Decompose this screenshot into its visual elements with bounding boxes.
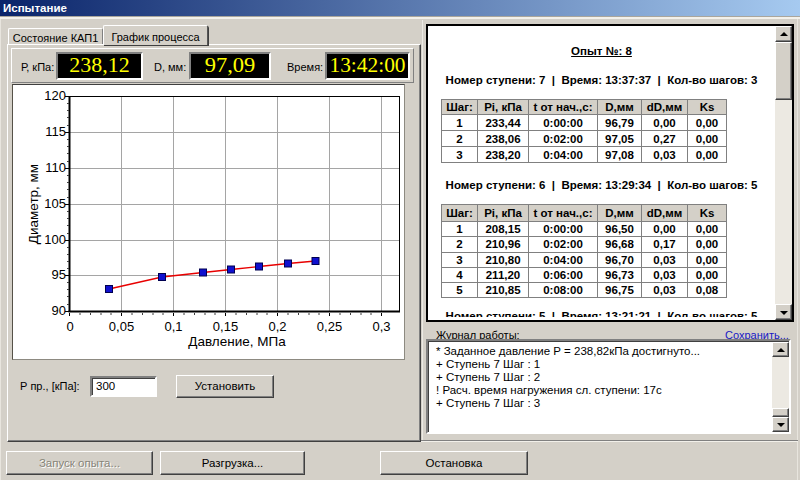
svg-text:110: 110 [45,160,66,175]
svg-text:120: 120 [44,88,66,103]
svg-text:Диаметр, мм: Диаметр, мм [26,164,41,244]
svg-text:100: 100 [44,232,66,247]
svg-text:0,15: 0,15 [213,319,238,334]
svg-text:Давление, МПа: Давление, МПа [188,334,286,349]
svg-text:105: 105 [44,196,66,211]
svg-text:0: 0 [66,319,73,334]
svg-text:0,1: 0,1 [164,319,182,334]
svg-text:90: 90 [52,303,66,318]
svg-text:115: 115 [45,124,66,139]
svg-text:0,05: 0,05 [109,319,134,334]
svg-text:0,2: 0,2 [268,319,286,334]
svg-text:0,25: 0,25 [317,319,342,334]
svg-text:95: 95 [52,267,66,282]
svg-text:0,3: 0,3 [372,319,390,334]
